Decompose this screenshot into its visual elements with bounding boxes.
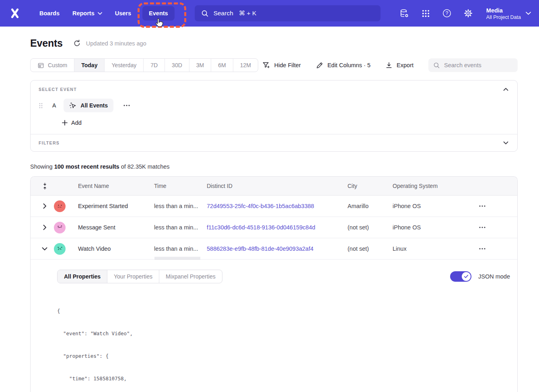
search-events-field — [428, 58, 518, 72]
collapse-rows-icon[interactable] — [40, 181, 49, 192]
nav-item-boards[interactable]: Boards — [33, 6, 66, 21]
column-header-time[interactable]: Time — [154, 183, 207, 189]
help-icon[interactable]: ? — [442, 8, 452, 18]
mixpanel-logo[interactable] — [9, 7, 21, 19]
calendar-icon — [37, 62, 44, 69]
column-header-city[interactable]: City — [348, 183, 393, 189]
tab-your-properties[interactable]: Your Properties — [107, 270, 159, 283]
collapse-section-icon[interactable] — [502, 87, 509, 92]
event-name[interactable]: Experiment Started — [78, 203, 154, 209]
search-icon — [201, 10, 209, 17]
project-name: Media — [486, 7, 521, 14]
event-os: iPhone OS — [393, 203, 465, 209]
page-title: Events — [30, 37, 63, 49]
top-navbar: Boards Reports Users Events Search ⌘ + K — [0, 0, 539, 27]
json-line: "event": "Watch Video", — [57, 330, 509, 338]
nav-item-users[interactable]: Users — [109, 6, 138, 21]
event-avatar — [54, 243, 66, 255]
export-button[interactable]: Export — [385, 62, 414, 69]
chevron-down-icon — [526, 12, 531, 15]
row-menu-icon[interactable] — [477, 203, 488, 209]
properties-tabs: All Properties Your Properties Mixpanel … — [57, 270, 222, 283]
download-icon — [385, 62, 393, 69]
event-more-menu-icon[interactable] — [122, 103, 132, 108]
date-option-yesterday[interactable]: Yesterday — [105, 59, 144, 72]
event-os: Linux — [393, 246, 465, 252]
json-line: "time": 1585810758, — [57, 375, 509, 383]
row-menu-icon[interactable] — [477, 246, 488, 252]
magic-cursor-icon — [69, 102, 77, 109]
tab-all-properties[interactable]: All Properties — [58, 270, 107, 283]
event-os: iPhone OS — [393, 224, 465, 231]
event-detail-panel: All Properties Your Properties Mixpanel … — [31, 260, 517, 392]
all-events-chip[interactable]: All Events — [64, 99, 113, 112]
event-time: less than a min... — [154, 224, 207, 231]
check-icon — [464, 274, 469, 279]
tab-mixpanel-properties[interactable]: Mixpanel Properties — [159, 270, 222, 283]
event-name[interactable]: Watch Video — [78, 246, 154, 252]
expand-section-icon[interactable] — [502, 140, 509, 145]
search-label: Search — [214, 10, 233, 17]
date-option-30d[interactable]: 30D — [165, 59, 189, 72]
apps-grid-icon[interactable] — [421, 9, 430, 18]
select-event-header: SELECT EVENT — [39, 87, 77, 92]
search-shortcut: ⌘ + K — [239, 10, 257, 17]
date-range-control: Custom Today Yesterday 7D 30D 3M 6M 12M — [30, 58, 258, 72]
pencil-icon — [316, 62, 323, 69]
add-event-button[interactable]: Add — [62, 120, 82, 126]
edit-columns-button[interactable]: Edit Columns · 5 — [316, 62, 370, 69]
table-row: Message Sent less than a min... f11c30d6… — [31, 217, 517, 238]
json-line: { — [57, 307, 509, 315]
date-option-12m[interactable]: 12M — [233, 59, 258, 72]
event-avatar — [54, 222, 66, 233]
table-header-row: Event Name Time Distinct ID City Operati… — [31, 177, 517, 196]
column-header-event-name[interactable]: Event Name — [78, 183, 154, 189]
date-option-6m[interactable]: 6M — [211, 59, 233, 72]
event-city: (not set) — [348, 246, 393, 252]
json-mode-label: JSON mode — [478, 273, 510, 280]
json-mode-toggle[interactable] — [450, 271, 471, 282]
event-avatar — [54, 200, 66, 212]
event-row-label: A — [52, 102, 56, 109]
table-row: Experiment Started less than a min... 72… — [31, 196, 517, 217]
filter-icon — [262, 61, 270, 69]
events-table: Event Name Time Distinct ID City Operati… — [30, 176, 518, 392]
hide-filter-button[interactable]: Hide Filter — [262, 61, 301, 69]
event-time: less than a min... — [154, 246, 207, 252]
date-option-today[interactable]: Today — [74, 59, 105, 72]
distinct-id-link[interactable]: f11c30d6-dc6d-4518-9136-0d046159c84d — [207, 224, 348, 231]
refresh-icon[interactable] — [73, 39, 81, 47]
collapse-row-icon[interactable] — [40, 246, 49, 252]
settings-icon[interactable] — [463, 8, 473, 18]
svg-text:?: ? — [445, 10, 448, 16]
search-events-input[interactable] — [444, 62, 512, 68]
global-search[interactable]: Search ⌘ + K — [195, 5, 381, 21]
date-option-custom[interactable]: Custom — [31, 59, 74, 72]
row-menu-icon[interactable] — [477, 225, 488, 230]
data-management-icon[interactable] — [399, 8, 409, 19]
expand-row-icon[interactable] — [41, 202, 48, 210]
chevron-down-icon — [98, 12, 102, 15]
column-header-distinct-id[interactable]: Distinct ID — [207, 183, 348, 189]
date-option-3m[interactable]: 3M — [189, 59, 211, 72]
search-icon — [433, 62, 440, 69]
project-switcher[interactable]: Media All Project Data — [486, 7, 531, 20]
query-panel: SELECT EVENT A — [30, 80, 518, 152]
cursor-pointer-icon — [154, 18, 164, 30]
column-resize-indicator[interactable] — [154, 257, 200, 260]
event-json-viewer: { "event": "Watch Video", "properties": … — [57, 293, 509, 392]
project-scope: All Project Data — [486, 14, 521, 20]
plus-icon — [62, 120, 68, 126]
event-name[interactable]: Message Sent — [78, 224, 154, 231]
filters-section[interactable]: FILTERS — [31, 134, 517, 151]
toggle-knob — [462, 272, 471, 281]
event-city: Amarillo — [348, 203, 393, 209]
drag-handle-icon[interactable] — [39, 103, 43, 109]
column-header-os[interactable]: Operating System — [393, 183, 465, 189]
last-updated: Updated 3 minutes ago — [86, 40, 146, 47]
distinct-id-link[interactable]: 5886283e-e9fb-48fb-81de-40e9093a2af4 — [207, 246, 348, 252]
distinct-id-link[interactable]: 72d49553-25fc-4f0c-b436-1b5ac6ab3388 — [207, 203, 348, 209]
nav-item-reports[interactable]: Reports — [66, 6, 109, 21]
date-option-7d[interactable]: 7D — [144, 59, 165, 72]
expand-row-icon[interactable] — [41, 223, 48, 232]
